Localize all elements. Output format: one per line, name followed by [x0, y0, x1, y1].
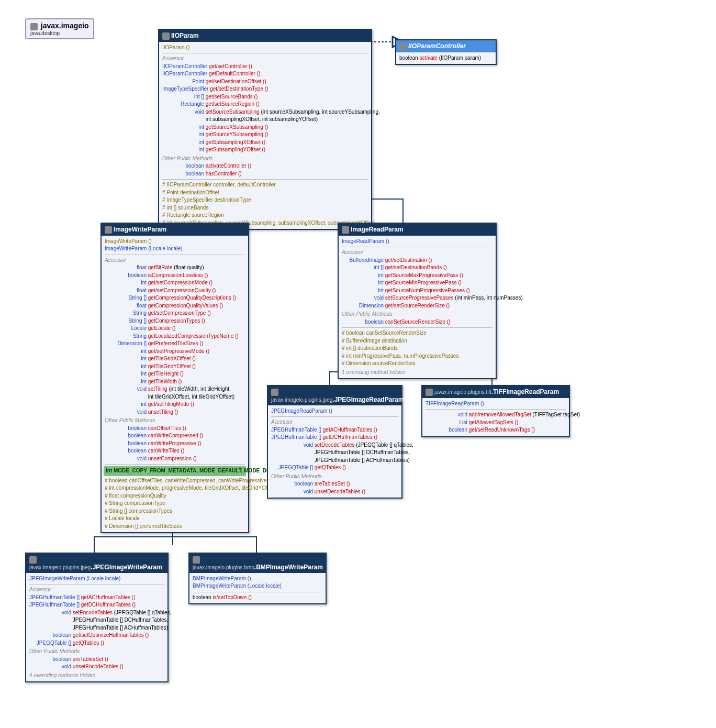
class-icon — [105, 226, 112, 234]
class-header: IIOParamController — [396, 40, 496, 52]
class-icon — [426, 389, 433, 396]
package-label: javax.imageio java.desktop — [25, 18, 94, 39]
class-imagewriteparam: ImageWriteParam ImageWriteParam () Image… — [100, 223, 249, 533]
others: boolean activateController () boolean ha… — [162, 162, 368, 178]
class-header: javax.imageio.plugins.bmp.BMPImageWriteP… — [189, 554, 326, 573]
class-header: ImageWriteParam — [102, 224, 248, 236]
accessors: IIOParamController get/setController () … — [162, 63, 368, 154]
class-icon — [162, 32, 170, 40]
class-header: javax.imageio.plugins.tiff.TIFFImageRead… — [422, 386, 569, 398]
constructor: IIOParam () — [162, 44, 368, 52]
package-module: java.desktop — [30, 30, 60, 36]
class-header: ImageReadParam — [339, 224, 496, 236]
package-name: javax.imageio — [41, 21, 89, 30]
class-jpegimagewriteparam: javax.imageio.plugins.jpeg.JPEGImageWrit… — [25, 553, 169, 682]
class-header: javax.imageio.plugins.jpeg.JPEGImageRead… — [268, 386, 401, 405]
fields: # IIOParamController controller, default… — [162, 181, 368, 227]
class-iioparamcontroller: IIOParamController boolean activate (IIO… — [395, 39, 497, 65]
class-tiffimagereadparam: javax.imageio.plugins.tiff.TIFFImageRead… — [421, 385, 570, 437]
class-header: IIOParam — [159, 30, 371, 42]
class-icon — [29, 556, 37, 564]
interface-icon — [399, 43, 407, 50]
class-icon — [342, 226, 349, 234]
class-bmpimagewriteparam: javax.imageio.plugins.bmp.BMPImageWriteP… — [188, 553, 327, 604]
class-imagereadparam: ImageReadParam ImageReadParam () Accesso… — [338, 223, 497, 379]
package-icon — [30, 23, 38, 30]
class-icon — [193, 556, 200, 564]
class-iioparam: IIOParam IIOParam () Accessor IIOParamCo… — [158, 29, 372, 230]
class-header: javax.imageio.plugins.jpeg.JPEGImageWrit… — [26, 554, 167, 573]
class-icon — [271, 389, 278, 396]
class-jpegimagereadparam: javax.imageio.plugins.jpeg.JPEGImageRead… — [267, 385, 402, 499]
